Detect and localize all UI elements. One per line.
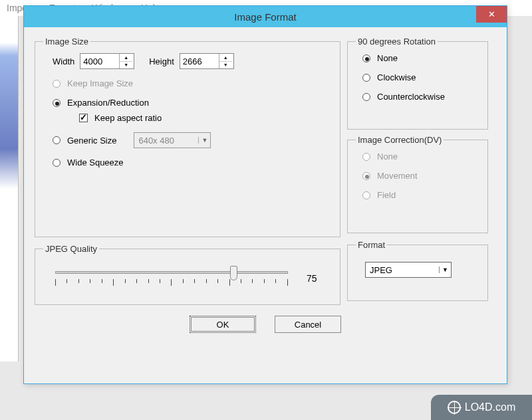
wide-squeeze-label: Wide Squeeze xyxy=(67,158,124,167)
expansion-reduction-radio[interactable]: Expansion/Reduction xyxy=(43,98,332,108)
radio-icon xyxy=(53,136,61,144)
generic-size-radio[interactable]: Generic Size 640x 480 ▼ xyxy=(43,132,332,148)
titlebar: Image Format ✕ xyxy=(24,6,507,27)
jpeg-quality-value: 75 xyxy=(307,273,317,284)
width-label: Width xyxy=(53,56,74,66)
correction-movement-label: Movement xyxy=(377,171,418,181)
width-input[interactable] xyxy=(80,54,119,68)
keep-aspect-checkbox[interactable]: Keep aspect ratio xyxy=(43,113,332,123)
wide-squeeze-radio[interactable]: Wide Squeeze xyxy=(43,158,332,167)
cancel-button[interactable]: Cancel xyxy=(275,316,341,333)
radio-icon xyxy=(362,153,370,161)
image-size-legend: Image Size xyxy=(43,37,90,47)
rotation-cw-label: Clockwise xyxy=(377,72,416,82)
height-up-icon[interactable]: ▲ xyxy=(219,54,232,62)
radio-icon xyxy=(362,74,370,82)
image-size-group: Image Size Width ▲ ▼ Height xyxy=(35,37,340,237)
width-up-icon[interactable]: ▲ xyxy=(120,54,132,62)
rotation-none-label: None xyxy=(377,53,398,63)
jpeg-quality-legend: JPEG Quality xyxy=(43,244,99,254)
generic-size-select: 640x 480 ▼ xyxy=(134,132,211,148)
rotation-none-radio[interactable]: None xyxy=(356,53,479,63)
slider-ticks xyxy=(55,279,288,286)
rotation-ccw-radio[interactable]: Counterclockwise xyxy=(356,92,479,102)
watermark: LO4D.com xyxy=(431,395,532,420)
keep-image-size-radio: Keep Image Size xyxy=(43,78,332,88)
radio-icon xyxy=(362,54,370,62)
keep-image-size-label: Keep Image Size xyxy=(67,78,133,88)
image-format-dialog: Image Format ✕ Image Size Width ▲ ▼ xyxy=(23,5,507,384)
close-button[interactable]: ✕ xyxy=(476,6,507,23)
chevron-down-icon: ▼ xyxy=(439,266,451,273)
rotation-cw-radio[interactable]: Clockwise xyxy=(356,72,479,82)
jpeg-quality-slider[interactable] xyxy=(55,268,288,288)
height-input[interactable] xyxy=(180,54,219,68)
format-legend: Format xyxy=(356,240,387,250)
radio-icon xyxy=(362,93,370,101)
rotation-ccw-label: Counterclockwise xyxy=(377,92,445,102)
correction-group: Image Correction(DV) None Movement Field xyxy=(347,135,488,233)
expansion-label: Expansion/Reduction xyxy=(67,98,149,108)
format-value: JPEG xyxy=(366,265,439,275)
watermark-text: LO4D.com xyxy=(465,401,515,413)
format-select[interactable]: JPEG ▼ xyxy=(365,262,452,278)
correction-legend: Image Correction(DV) xyxy=(356,135,444,145)
height-label: Height xyxy=(149,56,174,66)
height-spinbox[interactable]: ▲ ▼ xyxy=(180,53,234,69)
correction-none-label: None xyxy=(377,152,398,161)
generic-size-label: Generic Size xyxy=(67,136,116,146)
generic-size-value: 640x 480 xyxy=(134,136,198,146)
close-icon: ✕ xyxy=(488,9,495,19)
width-spinbox[interactable]: ▲ ▼ xyxy=(80,53,134,69)
slider-track xyxy=(55,271,288,274)
radio-icon xyxy=(362,191,370,199)
height-down-icon[interactable]: ▼ xyxy=(219,62,232,69)
globe-icon xyxy=(448,401,461,414)
ok-button[interactable]: OK xyxy=(190,316,256,333)
background-sidebar xyxy=(0,16,19,362)
correction-movement-radio: Movement xyxy=(356,171,479,181)
slider-thumb[interactable] xyxy=(230,266,237,280)
jpeg-quality-group: JPEG Quality xyxy=(35,244,340,305)
correction-none-radio: None xyxy=(356,152,479,161)
width-down-icon[interactable]: ▼ xyxy=(120,62,132,69)
chevron-down-icon: ▼ xyxy=(198,137,210,144)
radio-icon xyxy=(53,80,61,88)
format-group: Format JPEG ▼ xyxy=(347,240,488,301)
checkbox-icon xyxy=(79,114,88,122)
correction-field-label: Field xyxy=(377,190,396,200)
correction-field-radio: Field xyxy=(356,190,479,200)
rotation-group: 90 degrees Rotation None Clockwise Count… xyxy=(347,37,488,130)
radio-icon xyxy=(53,99,61,107)
radio-icon xyxy=(362,172,370,180)
dialog-title: Image Format xyxy=(234,11,296,23)
radio-icon xyxy=(53,159,61,167)
keep-aspect-label: Keep aspect ratio xyxy=(94,113,162,123)
rotation-legend: 90 degrees Rotation xyxy=(356,37,438,47)
